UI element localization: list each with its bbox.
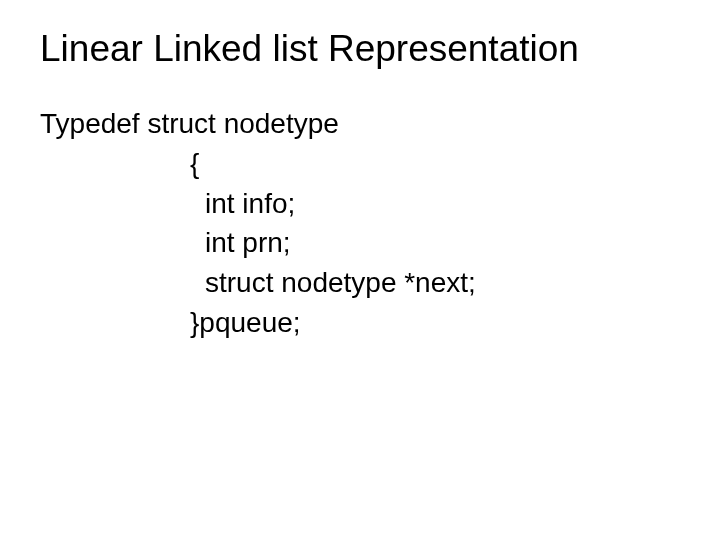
- slide-title: Linear Linked list Representation: [40, 28, 680, 70]
- code-line-2: {: [40, 144, 680, 184]
- code-line-1: Typedef struct nodetype: [40, 104, 680, 144]
- code-line-3: int info;: [40, 184, 680, 224]
- code-line-6: }pqueue;: [40, 303, 680, 343]
- slide: Linear Linked list Representation Typede…: [0, 0, 720, 540]
- code-line-5: struct nodetype *next;: [40, 263, 680, 303]
- code-body: Typedef struct nodetype { int info; int …: [40, 104, 680, 343]
- code-line-4: int prn;: [40, 223, 680, 263]
